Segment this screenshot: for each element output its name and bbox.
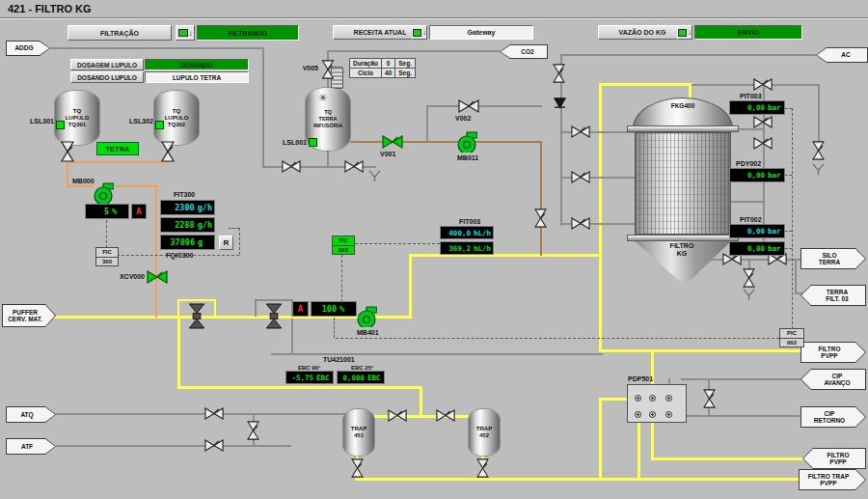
fit300-actual-display[interactable]: 2288g/h [160,217,215,233]
pump-mb401-icon[interactable] [356,306,377,327]
pipe [599,254,602,351]
pdp-port[interactable] [649,395,656,402]
pump-mb000-icon[interactable] [93,182,114,204]
pipe [426,105,542,107]
lsl301-level-indicator[interactable] [56,121,65,129]
tank-tq301[interactable]: TQ LUPULO TQ301 [55,91,99,145]
flow-tag-ac[interactable]: AC [816,47,868,63]
dosagem-lupulo-button[interactable]: DOSAGEM LUPULO [70,59,144,70]
valve-atf-icon[interactable] [204,439,224,452]
fit003-actual-display[interactable]: 369,2hL/h [440,241,494,255]
tank-trap-452[interactable]: TRAP 452 [469,409,500,456]
flow-tag-atq[interactable]: ATQ [6,406,56,423]
flow-tag-atf[interactable]: ATF [6,438,56,455]
valve-ac-icon[interactable] [553,64,565,83]
tank-tq302[interactable]: TQ LUPULO TQ302 [154,91,199,145]
lsl001-label: LSL001 [276,139,307,147]
valve-xcv000-icon[interactable] [147,270,168,284]
flow-tag-terra-filt[interactable]: TERRA FILT. 03 [800,285,866,306]
flow-tag-cip-avanco[interactable]: CIP AVANÇO [800,369,866,390]
flow-tag-silo-terra[interactable]: SILO TERRA [800,248,866,269]
pdp-port[interactable] [665,411,672,418]
mb000-alarm-indicator[interactable]: A [131,204,147,219]
valve-vent-icon[interactable] [812,141,825,160]
mixproof-valve-2-icon[interactable] [265,303,283,329]
valve-filter-top-icon[interactable] [753,78,773,91]
pdp-port[interactable] [635,411,641,418]
kg-flow-button[interactable]: VAZÃO DO KG [598,25,687,40]
filtration-send-icon[interactable]: ↓ [176,25,195,41]
mixproof-valve-1-icon[interactable] [188,303,205,329]
ebc25-display[interactable]: 0,000EBC [337,371,385,384]
pit002-setpoint-display[interactable]: 0,00bar [729,224,785,238]
pdp-port[interactable] [649,411,656,418]
fit003-setpoint-display[interactable]: 400,0hL/h [440,226,494,239]
mb000-speed-display[interactable]: 5% [85,204,129,219]
fic300-instrument[interactable]: FIC300 [95,247,119,266]
fit003-label: FIT003 [459,218,480,226]
flow-tag-filtro-trap-pvpp[interactable]: FILTRO TRAP PVPP [799,469,866,490]
valve-v001-icon[interactable] [382,135,403,149]
ebc90-display[interactable]: -5,75EBC [285,371,334,384]
pit003-display[interactable]: 0,00bar [729,100,785,115]
valve-v002-icon[interactable] [458,99,479,113]
valve-silo-drain-icon[interactable] [743,268,755,288]
pdy002-display[interactable]: 0,00bar [729,168,785,182]
valve-v005-icon[interactable] [321,60,335,79]
pdy002-label: PDY002 [736,160,761,168]
pipe [785,231,792,232]
valve-trap451-inlet-icon[interactable] [388,409,407,422]
pic002-instrument[interactable]: PIC002 [779,328,804,347]
valve-tq302-icon[interactable] [161,141,175,162]
valve-manifold-2-icon[interactable] [571,171,590,183]
filter-body[interactable] [635,132,731,235]
dosando-lupulo-button[interactable]: DOSANDO LUPULO [70,71,144,83]
pipe [177,299,216,301]
v002-label: V002 [455,115,471,123]
valve-tq301-icon[interactable] [61,141,74,162]
fqic300-reset-button[interactable]: R [219,236,233,250]
unit: bar [768,103,782,112]
pump-mb011-icon[interactable] [456,131,477,152]
fqic300-total-display[interactable]: 37896g [160,235,215,250]
flow-tag-filtro-pvpp-out[interactable]: FILTRO PVPP [800,342,866,363]
flow-tag-filtro-pvpp-in[interactable]: FILTRO PVPP [802,448,866,469]
valve-manifold-3-icon[interactable] [571,217,590,230]
unit: bar [768,244,782,253]
flow-tag-addg[interactable]: ADDG [6,41,50,56]
recipe-send-icon[interactable]: ↓ [412,25,427,40]
valve-trap452-inlet-icon[interactable] [436,409,455,422]
flow-tag-co2[interactable]: CO2 [500,44,548,59]
pdp-port[interactable] [635,395,641,402]
pdp501-label: PDP501 [628,375,653,383]
lsl001-level-indicator[interactable] [309,138,317,147]
cell: Seg. [395,59,416,69]
valve-terra-drain-2-icon[interactable] [344,160,364,173]
valve-filter-side-icon[interactable] [753,137,773,150]
mb401-alarm-indicator[interactable]: A [292,301,309,317]
valve-terra-line-icon[interactable] [534,208,547,228]
valve-manifold-1-icon[interactable] [571,125,590,138]
fit300-setpoint-display[interactable]: 2300g/h [160,200,215,215]
valve-pit003-icon[interactable] [753,116,773,128]
vent-funnel-icon [812,163,825,176]
valve-atq-atf-cross-icon[interactable] [247,421,259,440]
mb401-speed-display[interactable]: 100% [311,301,357,317]
flow-tag-puffer[interactable]: PUFFER CERV. MAT. [2,304,56,327]
pdp-port[interactable] [665,395,672,402]
pipe [670,415,800,417]
lsl302-level-indicator[interactable] [155,121,164,129]
pit002-actual-display[interactable]: 0,00bar [729,241,785,256]
fic003-instrument[interactable]: FIC003 [332,236,355,255]
flow-tag-cip-retorno[interactable]: CIP RETORNO [800,406,866,428]
valve-trap451-drain-icon[interactable] [351,458,364,478]
kg-flow-send-icon[interactable]: ↓ [677,25,692,40]
valve-terra-drain-1-icon[interactable] [282,160,301,173]
pipe [818,85,820,143]
pipe [67,161,169,163]
valve-atq-icon[interactable] [204,407,224,420]
filtration-button[interactable]: FILTRAÇÃO [68,25,172,41]
valve-trap452-drain-icon[interactable] [476,458,489,478]
tank-trap-451[interactable]: TRAP 451 [343,409,374,456]
valve-cip-cross-icon[interactable] [703,389,716,408]
